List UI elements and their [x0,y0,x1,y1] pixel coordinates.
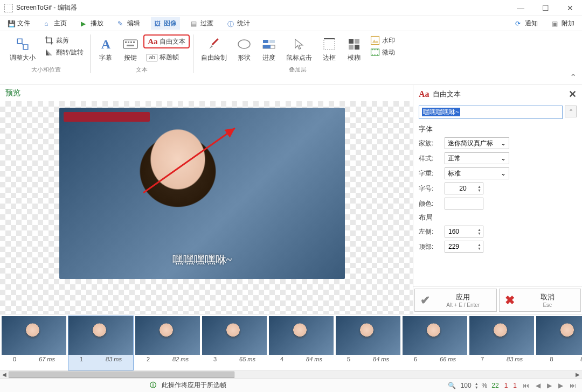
svg-rect-14 [355,39,359,44]
cancel-button[interactable]: ✖ 取消Esc [499,289,581,312]
menu-notify[interactable]: ⟳通知 [512,17,541,30]
watermark-button[interactable]: 水印 [367,34,398,46]
font-size-stepper[interactable]: 20▲▼ [445,183,483,194]
minimize-button[interactable]: — [513,3,528,13]
scrollbar-thumb[interactable] [9,372,234,378]
chevron-down-icon: ⌄ [501,139,506,147]
text-content-input[interactable]: 嘿嘿嘿嘿咻~ [419,106,563,119]
spin-down-icon[interactable]: ▼ [477,247,481,250]
rotate-button[interactable]: 翻转/旋转 [41,46,87,58]
frames-timeline[interactable]: 067 ms183 ms282 ms365 ms484 ms584 ms666 … [0,314,582,370]
font-style-dropdown[interactable]: 正常⌄ [445,152,509,164]
keys-button[interactable]: 按键 [119,34,142,65]
font-style-label: 样式: [419,154,440,163]
frame-delay: 83 ms [507,356,523,362]
blur-button[interactable]: 模糊 [342,34,366,65]
menu-home[interactable]: ⌂主页 [41,17,70,30]
close-button[interactable]: ✕ [563,3,578,13]
go-last-button[interactable]: ⏭ [568,382,578,389]
menu-play[interactable]: ▶播放 [78,17,107,30]
menu-transition[interactable]: ▤过渡 [188,17,217,30]
play-button[interactable]: ▶ [545,382,553,389]
scroll-right-button[interactable]: ▶ [573,372,582,378]
ribbon-group-text-label: 文本 [136,66,148,74]
frame-item[interactable]: 365 ms [202,316,267,370]
scroll-left-button[interactable]: ◀ [0,372,9,378]
text-expand-button[interactable]: ⌃ [565,106,577,117]
frame-item[interactable]: 282 ms [135,316,200,370]
micro-button[interactable]: 微动 [367,46,398,58]
panel-buttons: ✔ 应用Alt + E / Enter ✖ 取消Esc [413,286,582,314]
font-family-dropdown[interactable]: 迷你简汉真广标⌄ [445,137,509,149]
apply-button[interactable]: ✔ 应用Alt + E / Enter [414,289,497,312]
font-color-picker[interactable] [445,198,483,209]
left-label: 左侧: [419,227,440,236]
frame-item[interactable]: 584 ms [335,316,401,370]
spin-up-icon[interactable]: ▲ [477,228,481,232]
go-first-button[interactable]: ⏮ [521,382,531,389]
svg-rect-7 [263,40,268,43]
spin-down-icon[interactable]: ▼ [477,188,481,192]
frame-item[interactable]: 880 [536,316,582,370]
menu-attach[interactable]: ▣附加 [549,17,578,30]
frame-delay: 65 ms [239,356,255,362]
zoom-up-icon[interactable]: ▲ [475,382,479,386]
frame-delay: 67 ms [39,356,55,362]
cursor-icon [292,37,307,52]
menu-home-label: 主页 [54,19,67,28]
panel-title-icon: Aa [419,89,429,99]
frame-item[interactable]: 783 ms [469,316,535,370]
timeline-scrollbar[interactable]: ◀ ▶ [0,370,582,378]
spin-down-icon[interactable]: ▼ [477,232,481,235]
frame-index: 7 [481,356,484,362]
frame-item[interactable]: 666 ms [402,316,468,370]
panel-body: 嘿嘿嘿嘿咻~ ⌃ 字体 家族: 迷你简汉真广标⌄ 样式: 正常⌄ 字重: 标准⌄… [413,103,582,286]
frame-item[interactable]: 484 ms [268,316,334,370]
preview-canvas[interactable]: 嘿嘿嘿嘿咻~ [0,101,413,314]
menubar: 💾文件 ⌂主页 ▶播放 ✎编辑 🖼图像 ▤过渡 ⓘ统计 ⟳通知 ▣附加 [0,16,582,31]
caption-icon: A [98,37,113,52]
menu-image[interactable]: 🖼图像 [151,17,180,30]
rotate-icon [44,47,54,57]
ribbon-group-size-label: 大小和位置 [31,66,61,74]
frame-thumbnail [202,316,267,355]
blur-icon [347,37,362,52]
maximize-button[interactable]: ☐ [538,3,553,13]
frame-item[interactable]: 067 ms [1,316,67,370]
top-stepper[interactable]: 229▲▼ [445,241,483,253]
panel-close-button[interactable]: ✕ [569,88,577,100]
free-draw-button[interactable]: 自由绘制 [197,34,231,65]
zoom-down-icon[interactable]: ▼ [475,386,479,389]
frame-item[interactable]: 183 ms [68,316,134,370]
title-frame-button[interactable]: ab 标题帧 [143,52,190,63]
menu-edit[interactable]: ✎编辑 [114,17,143,30]
progress-button[interactable]: 进度 [257,34,281,65]
crop-button[interactable]: 裁剪 [41,34,87,46]
zoom-value: 100 [461,382,472,389]
frame-delay: 84 ms [306,356,322,362]
spin-up-icon[interactable]: ▲ [477,243,481,247]
zoom-icon[interactable]: 🔍 [446,382,458,389]
resize-button[interactable]: 调整大小 [5,34,40,65]
shape-button[interactable]: 形状 [232,34,256,65]
mouse-click-button[interactable]: 鼠标点击 [282,34,316,65]
border-button[interactable]: 边框 [317,34,341,65]
ribbon-collapse-button[interactable]: ⌃ [570,72,577,82]
ribbon-group-size: 调整大小 裁剪 翻转/旋转 大小和位置 [5,34,87,74]
shape-icon [237,37,252,52]
menu-stats[interactable]: ⓘ统计 [224,17,253,30]
preview-label: 预览 [0,85,413,101]
free-text-button[interactable]: Aa 自由文本 [143,34,190,48]
step-forward-button[interactable]: ▶ [557,382,565,389]
menu-file[interactable]: 💾文件 [4,17,33,30]
left-stepper[interactable]: 160▲▼ [445,226,483,237]
preview-image: 嘿嘿嘿嘿咻~ [59,108,345,279]
chevron-down-icon: ⌄ [501,155,506,162]
frame-delay: 84 ms [373,356,389,362]
spin-up-icon[interactable]: ▲ [477,185,481,188]
frame-caption: 365 ms [202,355,267,363]
frame-index: 2 [147,356,150,362]
caption-button[interactable]: A 字幕 [94,34,117,65]
step-back-button[interactable]: ◀ [534,382,542,389]
font-weight-dropdown[interactable]: 标准⌄ [445,167,509,179]
